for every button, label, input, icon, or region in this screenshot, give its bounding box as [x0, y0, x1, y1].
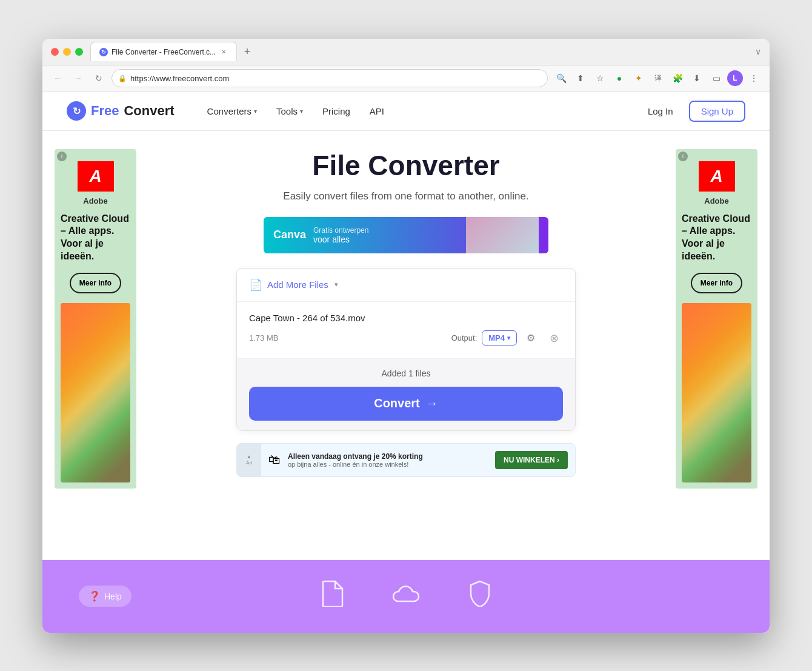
converter-footer: Added 1 files Convert →	[237, 359, 575, 430]
refresh-button[interactable]: ↻	[91, 70, 107, 86]
add-files-label: Add More Files	[267, 279, 328, 290]
file-item: Cape Town - 264 of 534.mov 1.73 MB Outpu…	[237, 302, 575, 359]
website-content: ↻ FreeConvert Converters ▾ Tools ▾ Prici…	[42, 92, 770, 633]
left-ad-cta-button[interactable]: Meer info	[70, 273, 121, 293]
file-remove-button[interactable]: ⊗	[545, 329, 563, 347]
more-options-button[interactable]: ⋮	[745, 70, 762, 87]
browser-window: ↻ File Converter - FreeConvert.c... ✕ + …	[42, 39, 770, 633]
left-ad-image	[61, 303, 130, 482]
extension-yellow-button[interactable]: ✦	[630, 70, 647, 87]
title-bar: ↻ File Converter - FreeConvert.c... ✕ + …	[42, 39, 770, 65]
extension-green-button[interactable]: ●	[611, 70, 628, 87]
converters-label: Converters	[207, 106, 251, 116]
login-button[interactable]: Log In	[639, 101, 682, 121]
footer-shield-icon	[468, 580, 491, 612]
left-ad-brand: Adobe	[83, 196, 107, 205]
footer-cloud-icon	[392, 583, 420, 609]
top-ad-banner[interactable]: Canva Gratis ontwerpen voor alles	[264, 217, 548, 253]
right-ad-sidebar: i A Adobe Creative Cloud – Alle apps. Vo…	[676, 149, 757, 542]
footer-icons	[321, 580, 491, 612]
main-content: i A Adobe Creative Cloud – Alle apps. Vo…	[42, 131, 770, 560]
left-ad-badge-icon: i	[57, 152, 67, 161]
file-name: Cape Town - 264 of 534.mov	[249, 313, 563, 323]
left-ad-tagline: Creative Cloud – Alle apps. Voor al je i…	[61, 213, 130, 263]
files-count: Added 1 files	[249, 369, 563, 378]
help-circle-icon: ❓	[88, 590, 101, 602]
user-avatar-button[interactable]: L	[727, 70, 743, 86]
convert-button[interactable]: Convert →	[249, 387, 563, 421]
bottom-ad-text-block: Alleen vandaag ontvang je 20% korting op…	[288, 452, 495, 468]
logo-convert-text: Convert	[124, 103, 174, 119]
remove-circle-icon: ⊗	[550, 332, 559, 345]
tab-title: File Converter - FreeConvert.c...	[111, 48, 216, 56]
traffic-lights	[51, 48, 83, 56]
file-meta: 1.73 MB Output: MP4 ▾ ⚙	[249, 329, 563, 347]
canva-ad-content: Canva Gratis ontwerpen voor alles	[264, 217, 548, 253]
left-ad-banner[interactable]: i A Adobe Creative Cloud – Alle apps. Vo…	[55, 149, 136, 489]
logo-free-text: Free	[91, 103, 119, 119]
active-tab[interactable]: ↻ File Converter - FreeConvert.c... ✕	[90, 42, 237, 61]
address-bar: ← → ↻ 🔒 https://www.freeconvert.com 🔍 ⬆ …	[42, 65, 770, 92]
share-action-button[interactable]: ⬆	[572, 70, 589, 87]
browser-actions: 🔍 ⬆ ☆ ● ✦ 译 🧩 ⬇ ▭ L ⋮	[553, 70, 762, 87]
left-adobe-logo: A	[78, 161, 114, 192]
url-bar[interactable]: 🔒 https://www.freeconvert.com	[111, 69, 548, 87]
fullscreen-window-button[interactable]	[75, 48, 83, 56]
canva-ad-text: voor alles	[313, 235, 368, 244]
nav-api[interactable]: API	[361, 101, 393, 121]
page-title: File Converter	[312, 149, 499, 182]
page-subtitle: Easily convert files from one format to …	[283, 190, 528, 202]
help-button[interactable]: ❓ Help	[79, 586, 131, 607]
left-ad-sidebar: i A Adobe Creative Cloud – Alle apps. Vo…	[55, 149, 136, 542]
nav-converters[interactable]: Converters ▾	[199, 101, 265, 121]
site-logo[interactable]: ↻ FreeConvert	[67, 101, 175, 121]
search-action-button[interactable]: 🔍	[553, 70, 570, 87]
right-ad-brand: Adobe	[704, 196, 728, 205]
bottom-ad-banner[interactable]: ▲ Ad 🛍 Alleen vandaag ontvang je 20% kor…	[236, 443, 576, 477]
lock-icon: 🔒	[118, 75, 127, 82]
puzzle-button[interactable]: 🧩	[669, 70, 686, 87]
canva-ad-subtext: Gratis ontwerpen	[313, 226, 368, 235]
file-settings-button[interactable]: ⚙	[522, 329, 540, 347]
download-button[interactable]: ⬇	[688, 70, 705, 87]
tab-bar: ↻ File Converter - FreeConvert.c... ✕ +	[90, 42, 755, 61]
output-format-select[interactable]: MP4 ▾	[482, 330, 517, 346]
nav-tools[interactable]: Tools ▾	[268, 101, 311, 121]
add-more-files-button[interactable]: 📄 Add More Files ▾	[249, 278, 338, 292]
new-tab-button[interactable]: +	[239, 44, 255, 59]
output-section: Output: MP4 ▾ ⚙ ⊗	[451, 329, 563, 347]
minimize-window-button[interactable]	[63, 48, 71, 56]
back-icon: ←	[53, 73, 62, 83]
tab-favicon: ↻	[99, 48, 108, 56]
window-controls: ∨	[755, 47, 761, 56]
bookmark-action-button[interactable]: ☆	[591, 70, 608, 87]
converter-box: 📄 Add More Files ▾ Cape Town - 264 of 53…	[236, 268, 576, 431]
right-ad-cta-button[interactable]: Meer info	[691, 273, 742, 293]
tools-chevron-icon: ▾	[300, 108, 303, 115]
right-ad-tagline: Creative Cloud – Alle apps. Voor al je i…	[682, 213, 751, 263]
bottom-ad-small-icon: ▲	[247, 454, 251, 459]
help-label: Help	[104, 592, 122, 601]
site-navigation: ↻ FreeConvert Converters ▾ Tools ▾ Prici…	[42, 92, 770, 131]
signup-button[interactable]: Sign Up	[689, 101, 745, 122]
translate-button[interactable]: 译	[650, 70, 667, 87]
right-adobe-logo: A	[699, 161, 735, 192]
window-minimize-icon: ∨	[755, 47, 761, 56]
bottom-ad-cta-button[interactable]: NU WINKELEN ›	[495, 451, 568, 469]
back-button[interactable]: ←	[50, 70, 65, 86]
right-ad-image	[682, 303, 751, 482]
forward-button[interactable]: →	[70, 70, 86, 86]
sidebar-button[interactable]: ▭	[708, 70, 725, 87]
output-label: Output:	[451, 333, 478, 342]
right-ad-banner[interactable]: i A Adobe Creative Cloud – Alle apps. Vo…	[676, 149, 757, 489]
nav-auth: Log In Sign Up	[639, 101, 745, 122]
file-size: 1.73 MB	[249, 333, 278, 342]
tab-close-button[interactable]: ✕	[219, 48, 228, 56]
output-chevron-icon: ▾	[507, 335, 510, 341]
footer-file-icon	[321, 580, 344, 612]
nav-pricing[interactable]: Pricing	[314, 101, 359, 121]
bottom-ad-title: Alleen vandaag ontvang je 20% korting	[288, 452, 495, 461]
nav-links: Converters ▾ Tools ▾ Pricing API	[199, 101, 639, 121]
convert-label: Convert	[374, 396, 420, 410]
close-window-button[interactable]	[51, 48, 59, 56]
